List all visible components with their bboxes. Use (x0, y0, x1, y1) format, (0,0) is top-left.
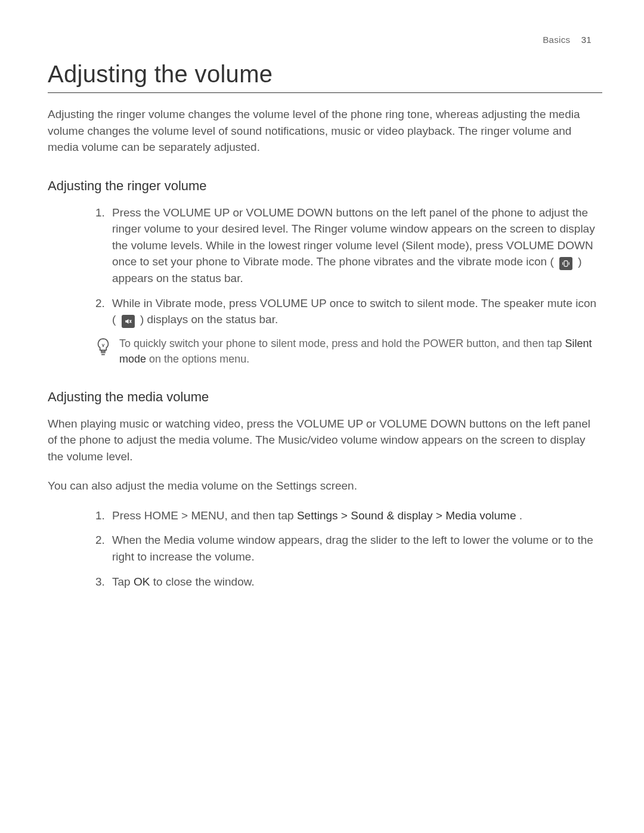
media-step-1-b: . (519, 509, 522, 522)
page-root: Basics 31 Adjusting the volume Adjusting… (0, 0, 644, 833)
media-step-1: Press HOME > MENU, and then tap Settings… (95, 507, 602, 524)
page-number: 31 (581, 35, 592, 45)
page-title: Adjusting the volume (48, 61, 602, 88)
media-step-1-a: Press HOME > MENU, and then tap (112, 509, 297, 522)
title-rule (48, 92, 602, 93)
running-header: Basics 31 (543, 35, 592, 45)
ringer-step-2-text-b: ) displays on the status bar. (140, 313, 278, 326)
media-step-3-b: to close the window. (153, 575, 255, 588)
ringer-steps: Press the VOLUME UP or VOLUME DOWN butto… (95, 205, 602, 329)
mute-icon (122, 315, 135, 328)
ringer-step-1: Press the VOLUME UP or VOLUME DOWN butto… (95, 205, 602, 287)
media-step-2: When the Media volume window appears, dr… (95, 532, 602, 565)
tip-text-b: on the options menu. (149, 353, 249, 365)
svg-rect-0 (564, 261, 568, 267)
section-media-heading: Adjusting the media volume (48, 389, 602, 405)
chapter-name: Basics (543, 35, 570, 45)
media-p1: When playing music or watching video, pr… (48, 416, 602, 465)
ringer-step-1-text-a: Press the VOLUME UP or VOLUME DOWN butto… (112, 206, 595, 268)
tip-row: To quickly switch your phone to silent m… (95, 336, 602, 366)
media-step-3-bold: OK (134, 575, 150, 588)
intro-paragraph: Adjusting the ringer volume changes the … (48, 106, 602, 156)
media-step-1-bold: Settings > Sound & display > Media volum… (297, 509, 516, 522)
media-p2: You can also adjust the media volume on … (48, 478, 602, 494)
vibrate-icon (559, 257, 572, 270)
lightbulb-icon (95, 337, 111, 360)
media-step-3-a: Tap (112, 575, 134, 588)
media-step-3: Tap OK to close the window. (95, 574, 602, 590)
media-steps: Press HOME > MENU, and then tap Settings… (95, 507, 602, 590)
tip-text-a: To quickly switch your phone to silent m… (119, 337, 565, 349)
section-ringer-heading: Adjusting the ringer volume (48, 178, 602, 194)
ringer-step-2: While in Vibrate mode, press VOLUME UP o… (95, 295, 602, 329)
tip-text: To quickly switch your phone to silent m… (119, 336, 602, 366)
